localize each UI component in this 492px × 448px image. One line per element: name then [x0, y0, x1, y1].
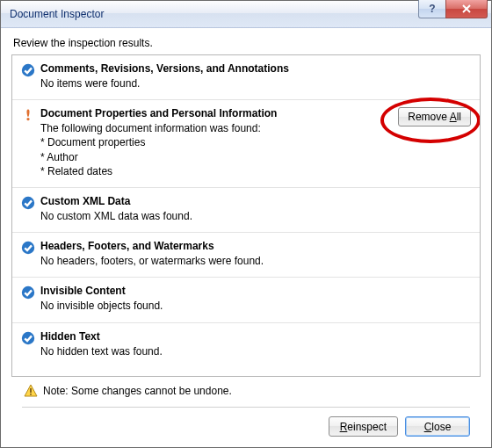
svg-rect-8 [30, 388, 32, 393]
dialog-body: Review the inspection results. Comments,… [1, 28, 491, 447]
help-button[interactable]: ? [418, 0, 446, 18]
svg-point-3 [26, 118, 29, 120]
dialog-footer: Note: Some changes cannot be undone. Rei… [11, 377, 481, 447]
close-button[interactable]: Close [405, 416, 470, 437]
titlebar-buttons: ? [419, 0, 488, 18]
alert-icon [21, 108, 35, 122]
section-comments: Comments, Revisions, Versions, and Annot… [12, 55, 480, 100]
section-text: No headers, footers, or watermarks were … [40, 254, 471, 268]
close-icon [461, 4, 472, 14]
svg-point-4 [22, 197, 34, 209]
check-icon [21, 285, 35, 300]
check-icon [21, 241, 35, 255]
note-text: Note: Some changes cannot be undone. [43, 385, 232, 397]
section-text: No items were found. [40, 76, 471, 90]
svg-point-6 [22, 286, 34, 299]
check-icon [21, 63, 35, 77]
warning-icon [24, 384, 38, 398]
section-invisible-content: Invisible Content No invisible objects f… [12, 278, 480, 322]
window-title: Document Inspector [10, 8, 104, 20]
section-title: Custom XML Data [40, 195, 471, 207]
section-doc-properties: Document Properties and Personal Informa… [12, 100, 480, 188]
divider [22, 407, 470, 408]
document-inspector-dialog: Document Inspector ? Review the inspecti… [0, 0, 492, 448]
section-title: Hidden Text [40, 330, 471, 343]
button-row: Reinspect Close [22, 416, 470, 437]
section-text: No custom XML data was found. [40, 209, 471, 223]
reinspect-button[interactable]: Reinspect [329, 416, 398, 437]
section-text: The following document information was f… [40, 121, 471, 178]
titlebar: Document Inspector ? [1, 1, 491, 28]
help-icon: ? [429, 3, 435, 15]
check-icon [21, 196, 35, 210]
section-headers-footers: Headers, Footers, and Watermarks No head… [12, 233, 480, 278]
section-title: Invisible Content [40, 285, 471, 297]
section-text: No invisible objects found. [40, 299, 471, 313]
section-title: Comments, Revisions, Versions, and Annot… [40, 62, 471, 75]
svg-rect-9 [30, 394, 32, 395]
note-row: Note: Some changes cannot be undone. [24, 384, 470, 398]
svg-point-2 [22, 64, 34, 76]
section-custom-xml: Custom XML Data No custom XML data was f… [12, 188, 480, 233]
section-title: Headers, Footers, and Watermarks [40, 240, 471, 252]
svg-point-5 [22, 242, 34, 254]
close-window-button[interactable] [445, 0, 488, 18]
check-icon [21, 331, 35, 345]
results-panel: Comments, Revisions, Versions, and Annot… [11, 54, 481, 377]
section-hidden-text: Hidden Text No hidden text was found. [12, 323, 480, 367]
remove-all-button[interactable]: Remove All [398, 107, 471, 126]
svg-point-7 [22, 331, 34, 343]
instruction-text: Review the inspection results. [13, 37, 481, 49]
section-text: No hidden text was found. [40, 344, 471, 358]
